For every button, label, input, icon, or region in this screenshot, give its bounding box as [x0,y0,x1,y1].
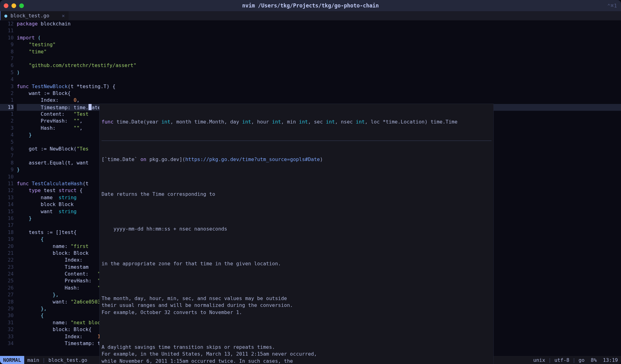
titlebar: nvim /Users/tkg/Projects/tkg/go-photo-ch… [0,0,621,11]
status-filename: block_test.go [45,357,90,363]
tab-bar: ● block_test.go ✕ [0,11,621,20]
hover-doc-p3: in the appropriate zone for that time in… [102,260,492,267]
code-line: "testing" [17,41,621,48]
code-line: package blockchain [17,20,621,27]
hover-link: [`time.Date` on pkg.go.dev](https://pkg.… [102,156,492,163]
code-line: "time" [17,48,621,55]
minimize-window-button[interactable] [11,3,16,8]
line-number: 18 [0,229,14,236]
code-line: func TestNewBlock(t *testing.T) { [17,83,621,90]
tab-close-icon[interactable]: ✕ [62,13,65,19]
line-number: 14 [0,201,14,208]
line-number: 4 [0,132,14,138]
line-number: 32 [0,326,14,333]
line-number: 28 [0,299,14,305]
separator-icon: | [42,357,45,363]
line-number: 7 [0,55,14,62]
line-number: 17 [0,222,14,229]
hover-signature: func time.Date(year int, month time.Mont… [102,119,492,125]
file-icon: ● [4,13,7,19]
code-line [17,27,621,34]
tab-block-test[interactable]: ● block_test.go ✕ [0,11,69,20]
line-number: 12 [0,20,14,27]
line-number: 2 [0,118,14,124]
code-line [17,55,621,62]
code-line: import ( [17,34,621,41]
line-number: 15 [0,208,14,215]
line-number: 7 [0,152,14,159]
separator-icon: | [573,357,576,363]
line-number: 5 [0,139,14,146]
cursor [88,104,92,110]
encoding: utf-8 [551,357,572,363]
line-number: 30 [0,312,14,319]
line-number: 13 [0,104,14,111]
code-line: "github.com/stretchr/testify/assert" [17,62,621,69]
line-number: 26 [0,285,14,291]
code-line: ) [17,69,621,76]
close-window-button[interactable] [4,3,8,8]
line-number: 25 [0,277,14,284]
window-title: nvim /Users/tkg/Projects/tkg/go-photo-ch… [242,2,379,9]
hover-doc-p2: yyyy-mm-dd hh:mm:ss + nsec nanoseconds [102,226,492,232]
line-number: 8 [0,160,14,166]
line-number: 29 [0,305,14,312]
line-number: 21 [0,250,14,257]
line-number: 9 [0,166,14,173]
line-number: 23 [0,264,14,271]
separator-icon: | [548,357,551,363]
line-number: 31 [0,319,14,326]
traffic-lights [4,3,24,8]
hover-doc-p4: The month, day, hour, min, sec, and nsec… [102,295,492,316]
line-number: 27 [0,291,14,298]
line-number: 34 [0,340,14,347]
file-format: unix [530,357,548,363]
tab-filename: block_test.go [11,13,49,19]
zoom-window-button[interactable] [19,3,24,8]
line-number: 9 [0,41,14,48]
line-number: 6 [0,62,14,69]
line-number: 8 [0,48,14,55]
line-number: 20 [0,243,14,250]
editor[interactable]: 1211109876543211312345678910111213141516… [0,20,621,356]
code-line: Index: 0, [17,97,621,104]
lsp-hover-popup: func time.Date(year int, month time.Mont… [99,104,494,364]
line-number-gutter: 1211109876543211312345678910111213141516… [0,20,17,356]
line-number: 19 [0,236,14,243]
code-line: want := Block{ [17,90,621,97]
line-number: 11 [0,180,14,187]
hover-doc-p1: Date returns the Time corresponding to [102,191,492,198]
line-number: 5 [0,69,14,76]
cursor-position: 13:19 [600,357,621,363]
line-number: 22 [0,257,14,263]
line-number: 16 [0,215,14,222]
line-number: 1 [0,111,14,118]
filetype: go [575,357,587,363]
line-number: 10 [0,173,14,180]
line-number: 2 [0,90,14,97]
line-number: 4 [0,76,14,83]
line-number: 3 [0,125,14,132]
pane-indicator: ⌃⌘1 [607,3,617,9]
mode-indicator: NORMAL [0,356,24,364]
line-number: 3 [0,83,14,90]
line-number: 11 [0,27,14,34]
line-number: 6 [0,146,14,152]
line-number: 13 [0,194,14,201]
git-branch: main [24,357,43,363]
line-number: 12 [0,187,14,194]
line-number: 10 [0,34,14,41]
scroll-percent: 8% [588,357,600,363]
line-number: 24 [0,271,14,277]
code-line [17,76,621,83]
line-number: 33 [0,333,14,340]
hover-doc-p5: A daylight savings time transition skips… [102,344,492,364]
line-number: 1 [0,97,14,104]
